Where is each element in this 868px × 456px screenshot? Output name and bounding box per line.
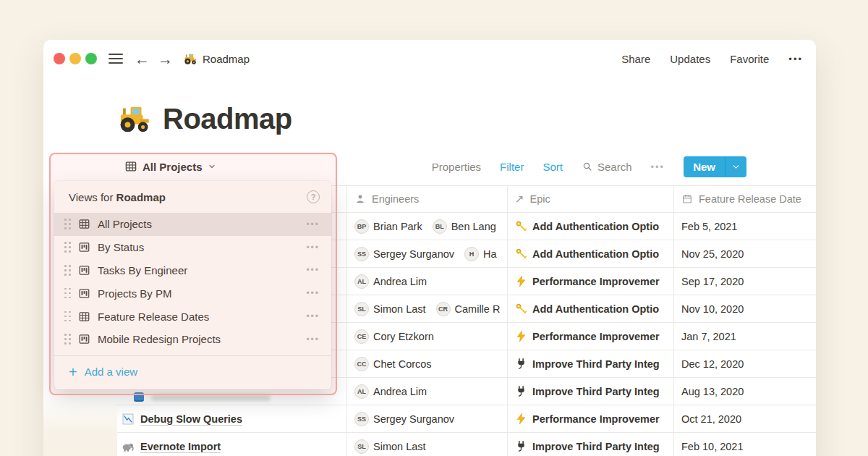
cell-epic[interactable]: Improve Third Party Integ bbox=[508, 350, 674, 377]
new-button-label[interactable]: New bbox=[684, 156, 725, 177]
filter-button[interactable]: Filter bbox=[500, 161, 524, 173]
cell-engineers[interactable]: BPBrian ParkBLBen Lang bbox=[347, 213, 508, 240]
drag-handle-icon[interactable] bbox=[64, 242, 71, 253]
view-item-more-icon[interactable]: ••• bbox=[306, 311, 320, 321]
sidebar-menu-icon[interactable] bbox=[109, 54, 123, 64]
epic-link[interactable]: Add Authentication Optio bbox=[532, 248, 659, 260]
drag-handle-icon[interactable] bbox=[64, 219, 71, 229]
engineer-chip[interactable]: CCChet Corcos bbox=[354, 357, 432, 371]
epic-link[interactable]: Improve Third Party Integ bbox=[532, 358, 660, 370]
cell-release-date[interactable]: Aug 13, 2020 bbox=[674, 378, 816, 405]
cell-epic[interactable]: Add Authentication Optio bbox=[508, 240, 674, 267]
views-menu-item[interactable]: Tasks By Engineer ••• bbox=[54, 259, 331, 282]
table-row[interactable]: Debug Slow Queries SSSergey Surganov Per… bbox=[116, 405, 816, 433]
cell-epic[interactable]: Performance Improvemer bbox=[508, 323, 674, 350]
breadcrumb[interactable]: Roadmap bbox=[184, 52, 250, 66]
toolbar-more-icon[interactable]: ••• bbox=[651, 161, 665, 172]
cell-epic[interactable]: Add Authentication Optio bbox=[508, 295, 674, 322]
cell-release-date[interactable]: Dec 12, 2020 bbox=[674, 350, 816, 377]
cell-release-date[interactable]: Nov 25, 2020 bbox=[674, 240, 816, 267]
new-button[interactable]: New bbox=[684, 156, 746, 177]
engineer-chip[interactable]: BLBen Lang bbox=[433, 219, 496, 234]
view-item-more-icon[interactable]: ••• bbox=[306, 288, 320, 298]
epic-link[interactable]: Improve Third Party Integ bbox=[532, 441, 660, 452]
cell-epic[interactable]: Add Authentication Optio bbox=[508, 213, 674, 240]
cell-engineers[interactable]: CCChet Corcos bbox=[347, 350, 508, 377]
cell-engineers[interactable]: SLSimon Last bbox=[347, 433, 508, 456]
cell-project-name[interactable]: Debug Slow Queries bbox=[116, 405, 347, 432]
cell-engineers[interactable]: ALAndrea Lim bbox=[347, 268, 508, 295]
column-header-label: Epic bbox=[530, 193, 550, 205]
table-row[interactable]: Evernote Import SLSimon Last Improve Thi… bbox=[116, 433, 816, 456]
drag-handle-icon[interactable] bbox=[64, 265, 71, 276]
epic-link[interactable]: Add Authentication Optio bbox=[532, 303, 659, 315]
cell-engineers[interactable]: SSSergey Surganov bbox=[347, 405, 508, 432]
cell-release-date[interactable]: Jan 7, 2021 bbox=[674, 323, 816, 350]
help-icon[interactable]: ? bbox=[307, 190, 320, 203]
column-header-release-date[interactable]: Feature Release Date bbox=[674, 186, 816, 212]
blurred-project-name bbox=[151, 394, 271, 401]
cell-engineers[interactable]: SSSergey SurganovHHa bbox=[347, 240, 508, 267]
cell-release-date[interactable]: Nov 10, 2020 bbox=[674, 295, 816, 322]
cell-release-date[interactable]: Feb 5, 2021 bbox=[674, 213, 816, 240]
forward-arrow-icon[interactable]: → bbox=[158, 51, 173, 67]
close-window-button[interactable] bbox=[54, 53, 65, 64]
epic-link[interactable]: Improve Third Party Integ bbox=[532, 386, 660, 397]
updates-button[interactable]: Updates bbox=[670, 53, 710, 65]
minimize-window-button[interactable] bbox=[69, 53, 81, 64]
back-arrow-icon[interactable]: ← bbox=[135, 51, 150, 67]
favorite-button[interactable]: Favorite bbox=[730, 53, 769, 65]
engineer-chip[interactable]: CRCamille R bbox=[436, 302, 501, 316]
view-item-more-icon[interactable]: ••• bbox=[306, 265, 320, 275]
cell-project-name[interactable]: Evernote Import bbox=[116, 433, 347, 456]
engineer-chip[interactable]: SSSergey Surganov bbox=[354, 247, 454, 261]
engineer-chip[interactable]: SLSimon Last bbox=[354, 439, 426, 454]
view-item-more-icon[interactable]: ••• bbox=[306, 219, 320, 229]
cell-release-date[interactable]: Sep 17, 2020 bbox=[674, 268, 816, 295]
properties-button[interactable]: Properties bbox=[432, 161, 481, 173]
views-menu-item[interactable]: Mobile Redesign Projects ••• bbox=[54, 328, 331, 351]
avatar: AL bbox=[354, 274, 369, 289]
engineer-chip[interactable]: HHa bbox=[464, 247, 497, 261]
view-item-more-icon[interactable]: ••• bbox=[306, 242, 320, 253]
drag-handle-icon[interactable] bbox=[64, 311, 71, 322]
new-button-dropdown[interactable] bbox=[725, 156, 746, 177]
cell-engineers[interactable]: SLSimon LastCRCamille R bbox=[347, 295, 508, 322]
more-options-icon[interactable]: ••• bbox=[788, 54, 803, 64]
cell-epic[interactable]: Performance Improvemer bbox=[508, 405, 674, 432]
view-selector[interactable]: All Projects bbox=[124, 156, 216, 177]
column-header-engineers[interactable]: Engineers bbox=[347, 186, 508, 212]
views-menu-item[interactable]: By Status ••• bbox=[54, 236, 331, 259]
views-menu-item[interactable]: Projects By PM ••• bbox=[54, 282, 331, 305]
cell-release-date[interactable]: Oct 21, 2020 bbox=[674, 405, 816, 432]
cell-engineers[interactable]: ALAndrea Lim bbox=[347, 378, 508, 405]
drag-handle-icon[interactable] bbox=[64, 288, 71, 299]
cell-epic[interactable]: Improve Third Party Integ bbox=[508, 378, 674, 405]
epic-link[interactable]: Performance Improvemer bbox=[532, 413, 660, 425]
project-name-link[interactable]: Evernote Import bbox=[140, 441, 221, 452]
search-button[interactable]: Search bbox=[582, 161, 632, 173]
epic-link[interactable]: Performance Improvemer bbox=[532, 276, 660, 287]
views-menu-item[interactable]: Feature Release Dates ••• bbox=[54, 305, 331, 328]
views-menu-item[interactable]: All Projects ••• bbox=[54, 213, 331, 236]
engineer-chip[interactable]: CECory Etzkorn bbox=[354, 329, 434, 344]
zoom-window-button[interactable] bbox=[85, 53, 97, 64]
epic-link[interactable]: Add Authentication Optio bbox=[532, 221, 659, 232]
engineer-chip[interactable]: BPBrian Park bbox=[354, 219, 422, 234]
drag-handle-icon[interactable] bbox=[64, 334, 71, 345]
sort-button[interactable]: Sort bbox=[542, 161, 563, 173]
cell-engineers[interactable]: CECory Etzkorn bbox=[347, 323, 508, 350]
share-button[interactable]: Share bbox=[621, 53, 650, 65]
engineer-chip[interactable]: ALAndrea Lim bbox=[354, 384, 427, 399]
column-header-epic[interactable]: ↗ Epic bbox=[508, 186, 674, 212]
engineer-chip[interactable]: SLSimon Last bbox=[354, 302, 426, 316]
project-name-link[interactable]: Debug Slow Queries bbox=[140, 413, 242, 425]
view-item-more-icon[interactable]: ••• bbox=[306, 334, 320, 345]
cell-epic[interactable]: Performance Improvemer bbox=[508, 268, 674, 295]
engineer-chip[interactable]: SSSergey Surganov bbox=[354, 412, 454, 426]
add-view-button[interactable]: + Add a view bbox=[54, 356, 331, 388]
engineer-chip[interactable]: ALAndrea Lim bbox=[354, 274, 427, 289]
cell-epic[interactable]: Improve Third Party Integ bbox=[508, 433, 674, 456]
cell-release-date[interactable]: Feb 10, 2021 bbox=[674, 433, 816, 456]
epic-link[interactable]: Performance Improvemer bbox=[532, 331, 660, 342]
